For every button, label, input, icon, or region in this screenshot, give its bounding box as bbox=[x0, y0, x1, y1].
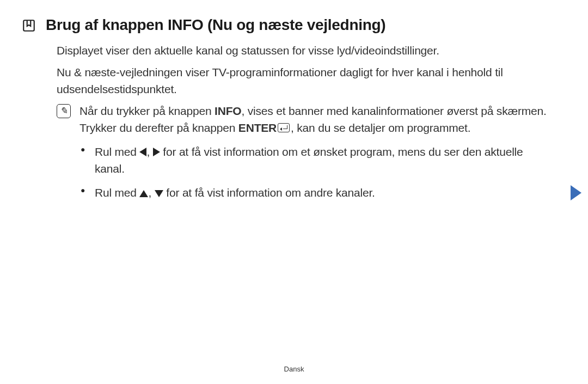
arrow-left-icon bbox=[139, 148, 146, 156]
sep: , bbox=[146, 145, 152, 158]
bullet-item-1: Rul med , for at få vist information om … bbox=[79, 144, 555, 177]
paragraph-2: Nu & næste-vejledningen viser TV-program… bbox=[57, 64, 555, 97]
note-block: ✎ Når du trykker på knappen INFO, vises … bbox=[57, 103, 555, 136]
page-next-icon[interactable] bbox=[571, 185, 581, 200]
arrow-down-icon bbox=[155, 190, 163, 197]
pencil-note-icon: ✎ bbox=[57, 104, 71, 118]
note-post: , kan du se detaljer om programmet. bbox=[291, 121, 470, 134]
bullet-item-2: Rul med , for at få vist information om … bbox=[79, 185, 555, 201]
bullet-list: Rul med , for at få vist information om … bbox=[79, 144, 555, 201]
note-pre: Når du trykker på knappen bbox=[79, 105, 215, 117]
note-bold-info: INFO bbox=[215, 105, 241, 117]
header-row: Brug af knappen INFO (Nu og næste vejled… bbox=[22, 16, 555, 34]
enter-key-icon bbox=[278, 123, 290, 132]
arrow-up-icon bbox=[139, 190, 148, 197]
note-text: Når du trykker på knappen INFO, vises et… bbox=[79, 103, 555, 136]
bullet1-pre: Rul med bbox=[95, 145, 139, 158]
bullet2-pre: Rul med bbox=[95, 186, 139, 199]
page-title: Brug af knappen INFO (Nu og næste vejled… bbox=[46, 16, 385, 34]
arrow-right-icon bbox=[153, 148, 160, 156]
sep2: , bbox=[148, 186, 154, 199]
bullet2-post: for at få vist information om andre kana… bbox=[163, 186, 375, 199]
note-bold-enter: ENTER bbox=[238, 121, 277, 134]
bookmark-icon bbox=[22, 19, 36, 33]
footer-language: Dansk bbox=[0, 365, 588, 373]
paragraph-1: Displayet viser den aktuelle kanal og st… bbox=[57, 42, 555, 59]
